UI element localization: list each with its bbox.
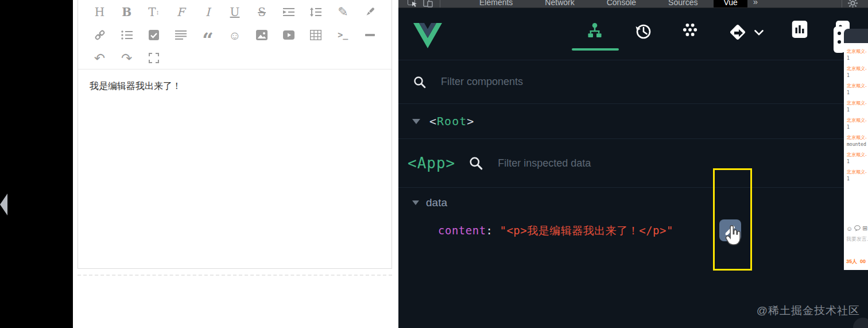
- line-height-button[interactable]: [306, 3, 326, 21]
- font-size-button[interactable]: T↕: [144, 3, 164, 21]
- undo-button[interactable]: ↶: [90, 49, 110, 67]
- performance-icon[interactable]: [792, 21, 808, 40]
- data-section-toggle[interactable]: data: [412, 196, 447, 209]
- video-button[interactable]: [279, 26, 299, 44]
- edit-value-button[interactable]: [719, 219, 741, 241]
- unordered-list-button[interactable]: [117, 26, 137, 44]
- pencil-icon: [724, 224, 737, 237]
- router-icon[interactable]: [727, 22, 748, 45]
- collapse-left-arrow-icon[interactable]: [0, 194, 7, 215]
- property-key: content: [438, 224, 486, 237]
- tab-vue[interactable]: Vue: [714, 0, 747, 8]
- text-color-button[interactable]: ✎: [333, 3, 352, 21]
- editor-pane: HBT↕FIUS✎“☺>_↶↷ 我是编辑器我出来了！: [73, 0, 398, 328]
- vue-logo-icon: [413, 23, 442, 49]
- chat-message: 北京顺义-1: [847, 65, 868, 78]
- code-button[interactable]: >_: [333, 26, 352, 44]
- chat-message: 北京顺义-1: [847, 152, 868, 164]
- vuex-icon[interactable]: [681, 22, 699, 41]
- chat-message: 北京顺义-1: [847, 169, 868, 182]
- chat-message: 北京顺义-1: [847, 48, 868, 61]
- filter-inspected-data-placeholder[interactable]: Filter inspected data: [498, 157, 591, 169]
- watermark: @稀土掘金技术社区: [757, 303, 860, 318]
- property-value: "<p>我是编辑器我出来了！</p>": [499, 224, 673, 237]
- property-colon: :: [486, 224, 493, 237]
- live-chat-panel: 北京顺义-1北京顺义-1北京顺义-1北京顺义-1北京顺义-1北京顺义-mount…: [844, 29, 868, 270]
- quote-button[interactable]: “: [198, 26, 218, 44]
- tab-elements[interactable]: Elements: [463, 0, 529, 8]
- chat-panel-header[interactable]: [844, 29, 868, 43]
- tabbar-separator: [440, 0, 440, 8]
- tab-console[interactable]: Console: [591, 0, 652, 8]
- viewer-count: 35人: [846, 258, 857, 264]
- devtools-tabbar: ElementsNetworkConsoleSourcesVue »: [398, 0, 868, 8]
- chevron-down-icon[interactable]: [754, 28, 764, 38]
- editor-content-area[interactable]: 我是编辑器我出来了！: [78, 70, 392, 103]
- link-button[interactable]: [90, 26, 110, 44]
- chat-stats: 35人 00: [846, 258, 868, 265]
- device-toolbar-icon[interactable]: [423, 0, 433, 7]
- bold-button[interactable]: B: [117, 3, 137, 21]
- indent-button[interactable]: [279, 3, 299, 21]
- gear-icon[interactable]: [848, 0, 858, 8]
- font-family-button[interactable]: F: [171, 3, 191, 21]
- selected-component-name[interactable]: <App>: [408, 155, 455, 172]
- devtools-tabs: ElementsNetworkConsoleSourcesVue: [463, 0, 747, 8]
- left-black-panel: [0, 0, 73, 328]
- vue-devtools-toolbar: [398, 8, 868, 60]
- chat-input[interactable]: 我要发言...: [846, 236, 868, 243]
- timer: 00: [860, 258, 866, 264]
- search-icon: [413, 76, 426, 88]
- split-line-button[interactable]: [360, 26, 379, 44]
- chat-collapse-pill[interactable]: [834, 26, 845, 53]
- todo-list-button[interactable]: [144, 26, 164, 44]
- data-property-row: content: "<p>我是编辑器我出来了！</p>": [438, 223, 673, 238]
- underline-button[interactable]: U: [225, 3, 245, 21]
- chat-message-list: 北京顺义-1北京顺义-1北京顺义-1北京顺义-1北京顺义-1北京顺义-mount…: [844, 43, 868, 270]
- emoji-button[interactable]: ☺: [225, 26, 245, 44]
- root-component-name: Root: [437, 114, 467, 128]
- components-icon[interactable]: [586, 22, 603, 41]
- chat-message: 北京顺义-1: [847, 100, 868, 113]
- editor-resize-handle[interactable]: [78, 275, 392, 276]
- root-tag: <Root>: [429, 114, 474, 128]
- chat-message: 北京顺义-mounted: [847, 134, 868, 147]
- redo-button[interactable]: ↷: [117, 49, 137, 67]
- tree-item-root[interactable]: <Root>: [398, 104, 868, 139]
- background-color-button[interactable]: [360, 3, 379, 21]
- filter-components-field[interactable]: Filter components: [398, 60, 868, 104]
- table-button[interactable]: [306, 26, 326, 44]
- editor-toolbar: HBT↕FIUS✎“☺>_↶↷: [78, 0, 392, 70]
- tab-sources[interactable]: Sources: [652, 0, 714, 8]
- chat-message: 北京顺义-1: [847, 117, 868, 130]
- inspector-header: <App> Filter inspected data: [398, 139, 868, 188]
- tabbar-separator: [842, 0, 842, 8]
- rich-text-editor: HBT↕FIUS✎“☺>_↶↷ 我是编辑器我出来了！: [78, 0, 392, 269]
- inspect-icon[interactable]: [408, 0, 417, 7]
- emoji-icon[interactable]: ☺: [846, 225, 852, 232]
- justify-button[interactable]: [171, 26, 191, 44]
- data-section-label: data: [426, 196, 447, 209]
- active-tab-underline: [572, 48, 619, 51]
- image-button[interactable]: [252, 26, 272, 44]
- search-icon: [469, 156, 483, 170]
- tab-network[interactable]: Network: [529, 0, 590, 8]
- corner-blob: [853, 318, 868, 328]
- italic-button[interactable]: I: [198, 3, 218, 21]
- more-tabs-icon[interactable]: »: [747, 0, 764, 8]
- expander-caret-icon: [412, 200, 419, 205]
- editor-paragraph: 我是编辑器我出来了！: [90, 80, 380, 92]
- filter-components-placeholder: Filter components: [441, 76, 523, 88]
- expander-caret-icon[interactable]: [412, 119, 420, 124]
- timeline-icon[interactable]: [634, 22, 652, 43]
- devtools-pane: ElementsNetworkConsoleSourcesVue »: [398, 0, 868, 328]
- comment-icon[interactable]: [854, 225, 861, 231]
- strikethrough-button[interactable]: S: [252, 3, 272, 21]
- fullscreen-button[interactable]: [144, 49, 164, 67]
- heading-button[interactable]: H: [90, 3, 110, 21]
- chat-footer: ☺ ⊞ 我要发言... 35人 00: [844, 222, 868, 270]
- chat-message: 北京顺义-1: [847, 83, 868, 95]
- screenshot-icon[interactable]: ⊞: [862, 225, 867, 232]
